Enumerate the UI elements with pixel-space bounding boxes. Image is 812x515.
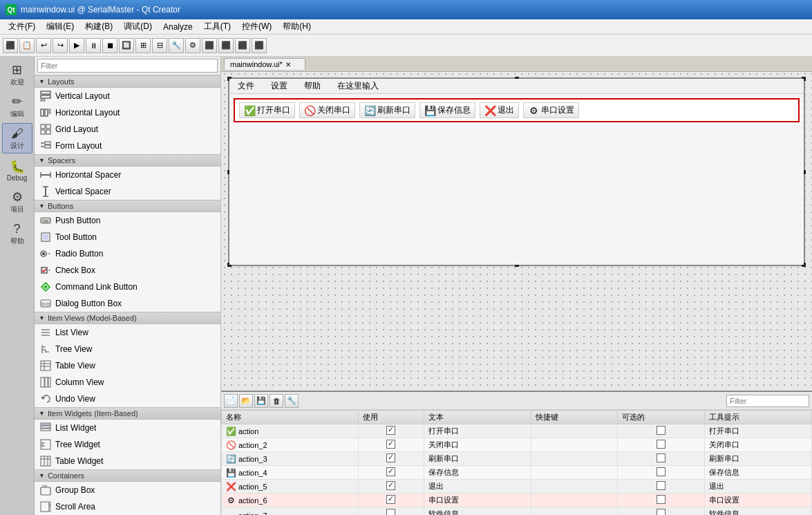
- menu-item-帮助(H)[interactable]: 帮助(H): [277, 19, 317, 34]
- sidebar-icon-design[interactable]: 🖌设计: [2, 123, 32, 153]
- cell-used-1[interactable]: [358, 438, 424, 452]
- tab-item[interactable]: mainwindow.ui* ✕: [224, 58, 305, 70]
- action-filter-input[interactable]: [726, 395, 809, 407]
- cell-used-2[interactable]: [358, 452, 424, 466]
- toolbar-btn-4[interactable]: ▶: [69, 38, 84, 53]
- checkbox-checked[interactable]: [386, 453, 395, 462]
- toolbar-btn-13[interactable]: ⬛: [218, 38, 234, 53]
- toolbar-btn-9[interactable]: ⊟: [152, 38, 167, 53]
- widget-item-horizontal-layout[interactable]: Horizontal Layout: [35, 104, 220, 121]
- checkbox-unchecked[interactable]: [657, 467, 665, 476]
- action-row-action_4[interactable]: 💾action_4保存信息保存信息: [222, 466, 812, 480]
- form-btn-打开串口[interactable]: ✅打开串口: [239, 102, 295, 118]
- section-header-item-views-(model-based)[interactable]: ▼Item Views (Model-Based): [35, 312, 220, 324]
- checkbox-checked[interactable]: [386, 467, 395, 476]
- toolbar-btn-6[interactable]: ◼: [102, 38, 117, 53]
- action-row-action_7[interactable]: action_7软件信息软件信息: [222, 507, 812, 516]
- form-menu-item-0[interactable]: 文件: [229, 79, 263, 93]
- cell-checkable-5[interactable]: [618, 494, 704, 507]
- sidebar-icon-project[interactable]: ⚙项目: [2, 187, 32, 217]
- widget-item-command-link-button[interactable]: Command Link Button: [35, 279, 220, 295]
- sidebar-icon-debug[interactable]: 🐛Debug: [2, 155, 32, 185]
- checkbox-unchecked[interactable]: [657, 481, 665, 490]
- toolbar-btn-1[interactable]: 📋: [19, 38, 35, 53]
- menu-item-编辑(E)[interactable]: 编辑(E): [41, 19, 79, 34]
- action-new-button[interactable]: 📄: [224, 394, 238, 408]
- action-open-button[interactable]: 📂: [239, 394, 253, 408]
- cell-checkable-3[interactable]: [618, 466, 704, 480]
- checkbox-unchecked[interactable]: [657, 426, 665, 435]
- widget-item-push-button[interactable]: OKPush Button: [35, 212, 220, 229]
- cell-checkable-0[interactable]: [618, 424, 704, 438]
- widget-item-horizontal-spacer[interactable]: Horizontal Spacer: [35, 167, 220, 183]
- action-row-action[interactable]: ✅action打开串口打开串口: [222, 424, 812, 438]
- widget-item-check-box[interactable]: Check Box: [35, 262, 220, 279]
- menu-item-文件(F)[interactable]: 文件(F): [3, 19, 41, 34]
- widget-item-vertical-spacer[interactable]: Vertical Spacer: [35, 183, 220, 200]
- widget-item-list-widget[interactable]: List Widget: [35, 420, 220, 436]
- form-btn-退出[interactable]: ❌退出: [480, 102, 519, 118]
- widget-item-tree-view[interactable]: Tree View: [35, 341, 220, 357]
- widget-item-tree-widget[interactable]: Tree Widget: [35, 436, 220, 453]
- cell-checkable-4[interactable]: [618, 480, 704, 494]
- toolbar-btn-7[interactable]: 🔲: [119, 38, 134, 53]
- cell-checkable-2[interactable]: [618, 452, 704, 466]
- checkbox-checked[interactable]: [386, 426, 395, 435]
- toolbar-btn-14[interactable]: ⬛: [235, 38, 250, 53]
- form-menu-item-3[interactable]: 在这里输入: [329, 79, 387, 93]
- checkbox-unchecked[interactable]: [657, 509, 665, 515]
- form-btn-刷新串口[interactable]: 🔄刷新串口: [359, 102, 415, 118]
- toolbar-btn-15[interactable]: ⬛: [252, 38, 267, 53]
- tab-close-icon[interactable]: ✕: [285, 61, 291, 68]
- widget-item-undo-view[interactable]: Undo View: [35, 391, 220, 407]
- action-settings-button[interactable]: 🔧: [285, 394, 299, 408]
- widget-item-table-view[interactable]: Table View: [35, 357, 220, 374]
- section-header-containers[interactable]: ▼Containers: [35, 469, 220, 482]
- cell-used-6[interactable]: [358, 507, 424, 516]
- section-header-buttons[interactable]: ▼Buttons: [35, 200, 220, 212]
- form-btn-保存信息[interactable]: 💾保存信息: [419, 102, 475, 118]
- sidebar-icon-welcome[interactable]: ⊞欢迎: [2, 59, 32, 90]
- menu-item-工具(T)[interactable]: 工具(T): [198, 19, 236, 34]
- checkbox-checked[interactable]: [386, 495, 395, 504]
- widget-item-dialog-button-box[interactable]: Dialog Button Box: [35, 295, 220, 312]
- toolbar-btn-10[interactable]: 🔧: [169, 38, 184, 53]
- action-row-action_5[interactable]: ❌action_5退出退出: [222, 480, 812, 494]
- widget-item-radio-button[interactable]: Radio Button: [35, 245, 220, 262]
- widget-item-group-box[interactable]: titleGroup Box: [35, 482, 220, 498]
- toolbar-btn-2[interactable]: ↩: [36, 38, 51, 53]
- widget-item-list-view[interactable]: List View: [35, 324, 220, 341]
- cell-used-4[interactable]: [358, 480, 424, 494]
- widget-item-vertical-layout[interactable]: Vertical Layout: [35, 88, 220, 104]
- toolbar-btn-11[interactable]: ⚙: [185, 38, 200, 53]
- widget-item-column-view[interactable]: Column View: [35, 374, 220, 391]
- action-save-button[interactable]: 💾: [254, 394, 268, 408]
- toolbar-btn-5[interactable]: ⏸: [86, 38, 101, 53]
- checkbox-unchecked[interactable]: [657, 453, 665, 462]
- filter-input[interactable]: [37, 59, 218, 73]
- widget-item-form-layout[interactable]: Form Layout: [35, 138, 220, 154]
- checkbox-unchecked[interactable]: [386, 509, 395, 515]
- sidebar-icon-help[interactable]: ?帮助: [2, 218, 32, 249]
- cell-checkable-6[interactable]: [618, 507, 704, 516]
- sidebar-icon-edit[interactable]: ✏编辑: [2, 91, 32, 122]
- widget-item-grid-layout[interactable]: Grid Layout: [35, 121, 220, 138]
- toolbar-btn-0[interactable]: ⬛: [3, 38, 18, 53]
- section-header-spacers[interactable]: ▼Spacers: [35, 154, 220, 167]
- menu-item-Analyze[interactable]: Analyze: [158, 21, 198, 33]
- checkbox-checked[interactable]: [386, 481, 395, 490]
- action-row-action_3[interactable]: 🔄action_3刷新串口刷新串口: [222, 452, 812, 466]
- toolbar-btn-12[interactable]: ⬛: [202, 38, 217, 53]
- action-delete-button[interactable]: 🗑: [270, 394, 283, 408]
- menu-item-构建(B)[interactable]: 构建(B): [79, 19, 118, 34]
- menu-item-控件(W)[interactable]: 控件(W): [236, 19, 277, 34]
- toolbar-btn-8[interactable]: ⊞: [135, 38, 151, 53]
- checkbox-unchecked[interactable]: [657, 495, 665, 504]
- cell-used-0[interactable]: [358, 424, 424, 438]
- form-btn-关闭串口[interactable]: 🚫关闭串口: [299, 102, 355, 118]
- widget-item-tool-button[interactable]: Tool Button: [35, 229, 220, 245]
- action-row-action_6[interactable]: ⚙action_6串口设置串口设置: [222, 494, 812, 507]
- action-row-action_2[interactable]: 🚫action_2关闭串口关闭串口: [222, 438, 812, 452]
- toolbar-btn-3[interactable]: ↪: [53, 38, 68, 53]
- widget-item-table-widget[interactable]: Table Widget: [35, 453, 220, 469]
